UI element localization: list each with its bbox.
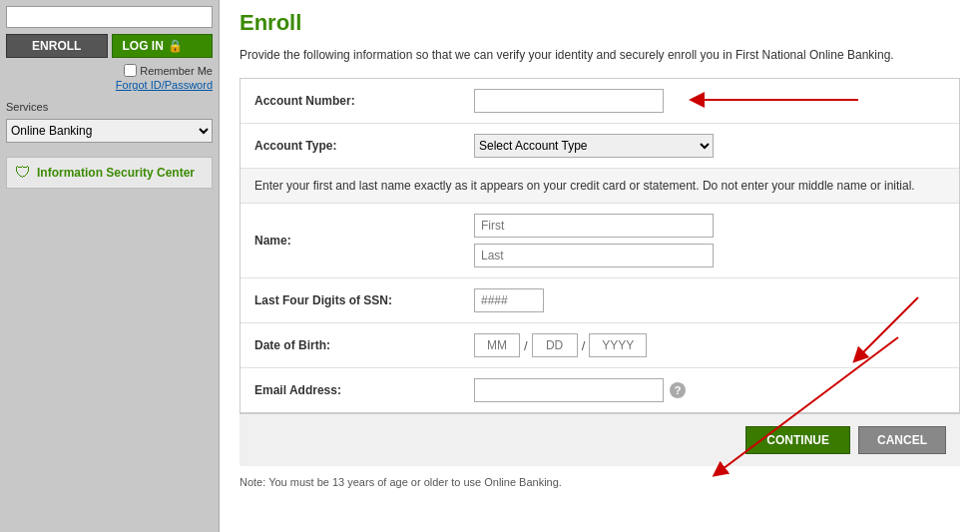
email-input[interactable] [474,378,664,402]
enroll-button[interactable]: ENROLL [6,34,108,58]
info-security-label: Information Security Center [37,166,195,180]
remember-me-label[interactable]: Remember Me [124,64,213,77]
email-label: Email Address: [254,383,474,397]
name-label: Name: [254,234,474,248]
sidebar-buttons: ENROLL LOG IN 🔒 [6,34,213,58]
continue-button[interactable]: CONTINUE [745,426,850,454]
last-name-input[interactable] [474,244,714,267]
services-select[interactable]: Online Banking [6,119,213,143]
account-number-input[interactable] [474,89,664,113]
sidebar: ENROLL LOG IN 🔒 Remember Me Forgot ID/Pa… [0,0,220,532]
forgot-link[interactable]: Forgot ID/Password [116,79,213,91]
buttons-row: CONTINUE CANCEL [240,413,960,466]
remember-row: Remember Me Forgot ID/Password [6,64,213,91]
dob-sep-2: / [580,338,588,353]
dob-day-input[interactable] [532,333,578,357]
name-row: Name: [241,204,959,278]
lock-icon: 🔒 [168,39,183,53]
dob-label: Date of Birth: [254,338,474,352]
ssn-label: Last Four Digits of SSN: [254,293,474,307]
shield-icon: 🛡 [15,164,31,182]
account-type-select[interactable]: Select Account Type Checking Savings Cre… [474,134,714,158]
login-label: LOG IN [123,39,164,53]
enroll-form: Account Number: Account Type: Select Acc… [240,78,960,413]
dob-sep-1: / [522,338,530,353]
page-title: Enroll [240,10,960,36]
email-field-group: ? [474,378,686,402]
email-help-icon[interactable]: ? [670,382,686,398]
name-inputs [474,214,714,267]
search-input[interactable] [6,6,213,28]
services-label: Services [6,101,213,113]
dob-row: Date of Birth: / / [241,323,959,368]
login-button[interactable]: LOG IN 🔒 [112,34,214,58]
ssn-input[interactable] [474,288,544,312]
enroll-description: Provide the following information so tha… [240,46,960,64]
dob-month-input[interactable] [474,333,520,357]
cancel-button[interactable]: CANCEL [858,426,946,454]
form-container: Account Number: Account Type: Select Acc… [240,78,960,466]
dob-inputs: / / [474,333,647,357]
main-content: Enroll Provide the following information… [220,0,980,532]
note-text: Note: You must be 13 years of age or old… [240,476,960,488]
dob-year-input[interactable] [589,333,647,357]
account-type-label: Account Type: [254,139,474,153]
account-type-row: Account Type: Select Account Type Checki… [241,124,959,169]
ssn-row: Last Four Digits of SSN: [241,278,959,323]
name-note: Enter your first and last name exactly a… [241,169,959,204]
remember-me-checkbox[interactable] [124,64,137,77]
email-row: Email Address: ? [241,368,959,412]
first-name-input[interactable] [474,214,714,238]
info-security-center[interactable]: 🛡 Information Security Center [6,157,213,189]
account-number-row: Account Number: [241,79,959,124]
account-number-label: Account Number: [254,94,474,108]
